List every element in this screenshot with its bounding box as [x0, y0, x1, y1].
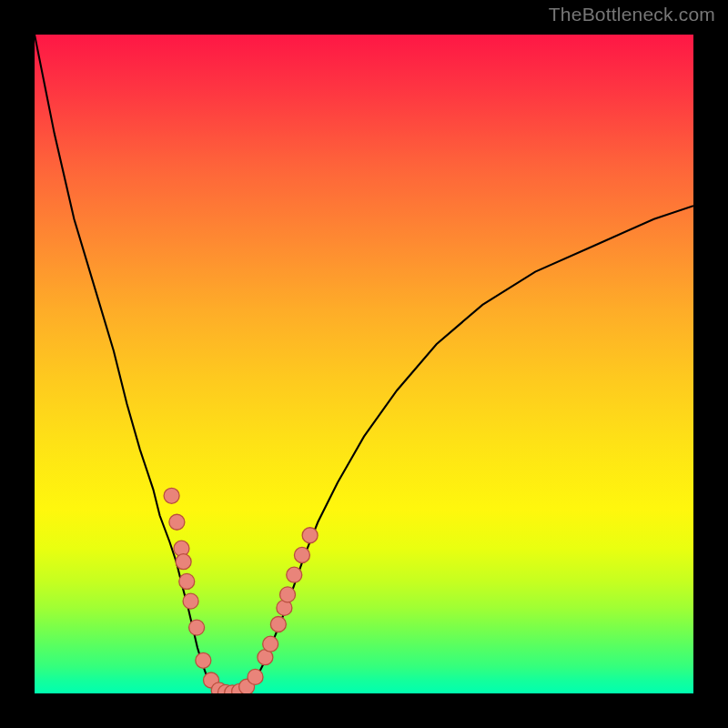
- plot-area: [35, 35, 693, 693]
- data-point-marker: [287, 567, 302, 582]
- data-point-marker: [189, 620, 205, 635]
- data-point-marker: [196, 652, 211, 668]
- watermark-text: TheBottleneck.com: [549, 4, 715, 25]
- data-point-marker: [294, 547, 309, 562]
- data-point-marker: [169, 514, 185, 530]
- data-point-marker: [248, 669, 263, 684]
- data-point-marker: [176, 554, 191, 570]
- bottleneck-curve: [35, 35, 693, 693]
- data-point-marker: [302, 528, 318, 543]
- chart-svg: [35, 35, 693, 693]
- data-point-marker: [183, 593, 198, 609]
- data-markers: [164, 488, 318, 693]
- data-point-marker: [179, 573, 195, 589]
- data-point-marker: [270, 616, 286, 632]
- data-point-marker: [164, 488, 179, 503]
- chart-container: TheBottleneck.com: [0, 0, 728, 728]
- data-point-marker: [263, 636, 278, 652]
- data-point-marker: [280, 587, 296, 602]
